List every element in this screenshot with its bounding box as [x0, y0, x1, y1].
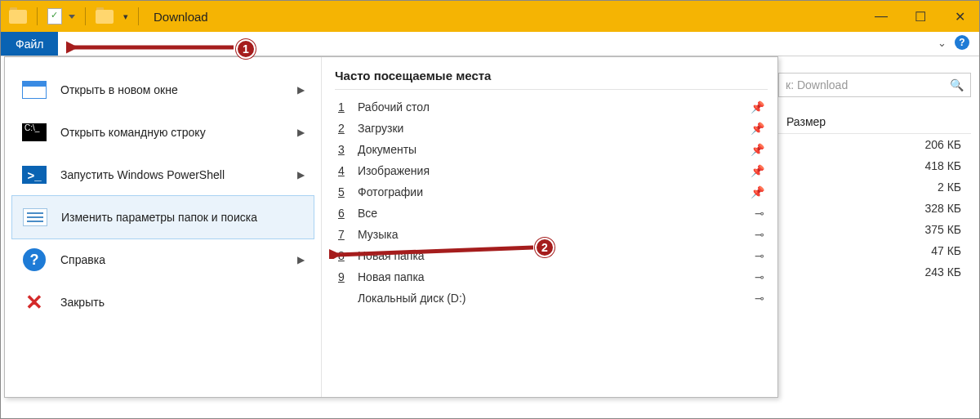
file-menu-commands: Открыть в новом окне▶C:\_Открыть командн…: [5, 57, 322, 397]
opts-icon: [20, 204, 50, 230]
file-size-list: 206 КБ418 КБ2 КБ328 КБ375 КБ47 КБ243 КБ: [778, 134, 971, 283]
annotation-arrow-2: [329, 238, 537, 259]
pin-icon[interactable]: ⊸: [755, 207, 764, 220]
quick-access-toolbar: ▾: [1, 7, 142, 25]
file-menu-item-label: Закрыть: [60, 296, 105, 309]
frequent-place-item[interactable]: 4Изображения📌: [335, 160, 768, 181]
frequent-place-item[interactable]: 9Новая папка⊸: [335, 266, 768, 288]
file-menu-item-1[interactable]: C:\_Открыть командную строку▶: [5, 111, 321, 154]
frequent-place-label: Новая папка: [358, 270, 425, 283]
close-icon: ✕: [20, 289, 49, 315]
pin-icon[interactable]: 📌: [751, 122, 764, 135]
file-menu-dropdown: Открыть в новом окне▶C:\_Открыть командн…: [4, 56, 778, 398]
frequent-places-list: 1Рабочий стол📌2Загрузки📌3Документы📌4Изоб…: [335, 96, 768, 309]
file-size-cell: 206 КБ: [778, 134, 971, 155]
file-menu-item-label: Открыть в новом окне: [60, 83, 178, 96]
chevron-down-icon[interactable]: ⌄: [938, 37, 947, 49]
frequent-place-label: Все: [358, 207, 377, 220]
frequent-place-item[interactable]: 2Загрузки📌: [335, 118, 768, 139]
frequent-place-number: 2: [338, 122, 353, 135]
frequent-place-label: Локальный диск (D:): [358, 292, 466, 305]
qat-dropdown-icon[interactable]: [69, 15, 75, 19]
file-menu-item-0[interactable]: Открыть в новом окне▶: [5, 69, 321, 111]
cmd-icon: C:\_: [20, 119, 49, 145]
annotation-badge-2: 2: [535, 238, 555, 257]
file-size-cell: 328 КБ: [778, 198, 971, 219]
frequent-place-item[interactable]: 5Фотографии📌: [335, 181, 768, 203]
minimize-button[interactable]: —: [862, 1, 901, 32]
annotation-badge-1: 1: [236, 39, 256, 59]
submenu-arrow-icon: ▶: [297, 169, 311, 181]
title-bar: ▾ Download — ☐ ✕: [1, 1, 979, 32]
file-tab[interactable]: Файл: [1, 32, 58, 56]
search-input[interactable]: к: Download 🔍: [778, 73, 971, 97]
window-icon: [20, 77, 49, 103]
file-menu-item-2[interactable]: >_Запустить Windows PowerShell▶: [5, 154, 321, 196]
frequent-place-item[interactable]: 3Документы📌: [335, 139, 768, 160]
frequent-place-number: 9: [338, 270, 353, 283]
file-size-cell: 418 КБ: [778, 155, 971, 176]
frequent-place-label: Фотографии: [358, 185, 423, 198]
frequent-place-label: Загрузки: [358, 122, 403, 135]
file-menu-item-3[interactable]: Изменить параметры папок и поиска: [11, 195, 314, 239]
frequent-places-panel: Часто посещаемые места 1Рабочий стол📌2За…: [322, 57, 777, 397]
help-icon[interactable]: ?: [955, 35, 969, 50]
folder-icon: [9, 10, 27, 24]
column-header-size[interactable]: Размер: [778, 110, 971, 134]
file-menu-item-4[interactable]: ?Справка▶: [5, 238, 321, 281]
file-menu-item-label: Справка: [60, 253, 105, 266]
content-behind: к: Download 🔍 Размер 206 КБ418 КБ2 КБ328…: [778, 73, 971, 283]
separator: [85, 7, 86, 25]
folder-icon: [96, 10, 114, 24]
frequent-place-item[interactable]: 6Все⊸: [335, 203, 768, 224]
ribbon-toggle-icon[interactable]: ▾: [123, 11, 128, 22]
pin-icon[interactable]: ⊸: [755, 270, 764, 283]
pin-icon[interactable]: 📌: [751, 100, 764, 114]
pin-icon[interactable]: 📌: [751, 185, 764, 198]
file-menu-item-5[interactable]: ✕Закрыть: [5, 281, 321, 323]
frequent-places-heading: Часто посещаемые места: [335, 69, 768, 90]
submenu-arrow-icon: ▶: [297, 84, 311, 96]
document-check-icon[interactable]: [47, 8, 62, 25]
help-icon: ?: [20, 247, 49, 273]
separator: [138, 7, 139, 25]
pin-icon[interactable]: 📌: [751, 143, 764, 156]
submenu-arrow-icon: ▶: [297, 127, 311, 138]
frequent-place-number: 6: [338, 207, 353, 220]
pin-icon[interactable]: ⊸: [755, 228, 764, 241]
maximize-button[interactable]: ☐: [901, 1, 940, 32]
frequent-place-number: 1: [338, 100, 353, 114]
pin-icon[interactable]: ⊸: [755, 292, 764, 305]
window-controls: — ☐ ✕: [862, 1, 979, 32]
file-size-cell: 243 КБ: [778, 261, 971, 283]
file-size-cell: 47 КБ: [778, 240, 971, 261]
separator: [37, 7, 38, 25]
submenu-arrow-icon: ▶: [297, 254, 311, 265]
file-menu-item-label: Изменить параметры папок и поиска: [61, 211, 257, 224]
frequent-place-label: Изображения: [358, 164, 430, 177]
file-menu-item-label: Запустить Windows PowerShell: [60, 168, 225, 181]
frequent-place-number: 4: [338, 164, 353, 177]
frequent-place-label: Документы: [358, 143, 416, 156]
annotation-arrow-1: [66, 39, 238, 56]
file-size-cell: 375 КБ: [778, 219, 971, 240]
frequent-place-label: Рабочий стол: [358, 100, 430, 114]
search-icon[interactable]: 🔍: [950, 78, 964, 91]
frequent-place-item[interactable]: Локальный диск (D:)⊸: [335, 288, 768, 309]
ps-icon: >_: [20, 162, 49, 188]
file-size-cell: 2 КБ: [778, 176, 971, 198]
file-menu-item-label: Открыть командную строку: [60, 126, 206, 139]
window-title: Download: [154, 10, 208, 24]
pin-icon[interactable]: 📌: [751, 164, 764, 177]
frequent-place-item[interactable]: 1Рабочий стол📌: [335, 96, 768, 118]
close-button[interactable]: ✕: [940, 1, 979, 32]
pin-icon[interactable]: ⊸: [755, 249, 764, 262]
svg-line-1: [337, 247, 533, 255]
ribbon-right-controls: ⌄ ?: [938, 35, 969, 50]
frequent-place-number: 3: [338, 143, 353, 156]
search-placeholder: к: Download: [786, 78, 848, 91]
frequent-place-number: 5: [338, 185, 353, 198]
